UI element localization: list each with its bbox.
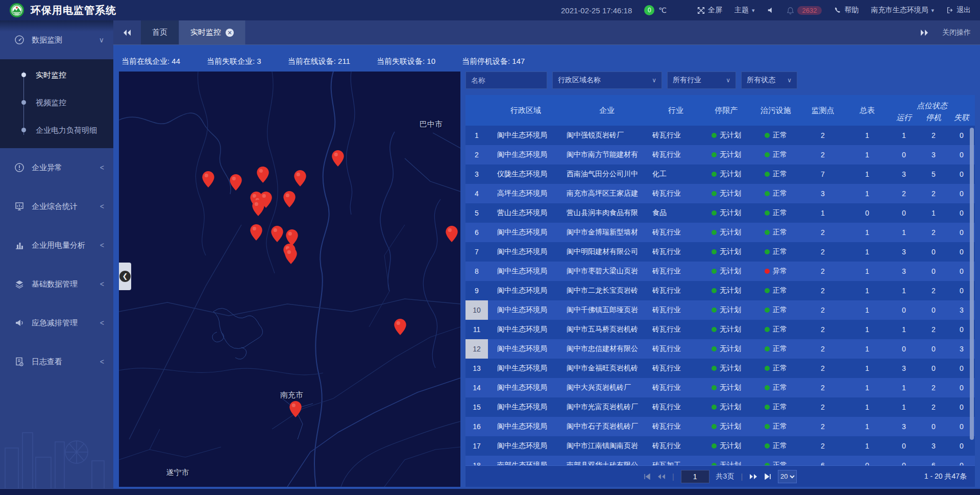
table-row[interactable]: 12阆中生态环境局阆中市忠信建材有限公砖瓦行业无计划正常21003	[465, 339, 975, 359]
map-panel[interactable]: 巴中市南充市遂宁市 ❮	[119, 72, 460, 487]
map-pin[interactable]	[256, 166, 270, 183]
first-page-button[interactable]	[644, 474, 651, 480]
row-run-count: 1	[889, 228, 919, 237]
table-row[interactable]: 5营山生态环境局营山县润丰肉食品有限食品无计划正常10010	[465, 203, 975, 223]
double-arrow-right-icon[interactable]	[920, 29, 929, 36]
fullscreen-button[interactable]: 全屏	[697, 6, 722, 15]
table-scrollbar[interactable]	[970, 128, 974, 463]
datetime-display: 2021-02-25 17:46:18	[561, 6, 632, 15]
pagination-bar: | 共3页 | 20 1 - 20 共47条	[465, 465, 975, 487]
row-meter-count: 1	[845, 422, 889, 431]
exit-icon	[946, 7, 953, 14]
close-operations-button[interactable]: 关闭操作	[942, 28, 971, 37]
table-row[interactable]: 9阆中生态环境局阆中市二龙长宝页岩砖砖瓦行业无计划正常21120	[465, 281, 975, 300]
table-row[interactable]: 17阆中生态环境局阆中市江南镇阆南页岩砖瓦行业无计划正常21030	[465, 436, 975, 456]
map-pin[interactable]	[271, 225, 284, 243]
status-filter-select[interactable]: 所有状态 ∨	[741, 72, 797, 89]
last-page-button[interactable]	[764, 474, 771, 480]
map-pin[interactable]	[284, 247, 298, 265]
table-row[interactable]: 14阆中生态环境局阆中大兴页岩机砖厂砖瓦行业无计划正常21120	[465, 378, 975, 397]
sidebar-item-power-load-detail[interactable]: 企业电力负荷明细	[0, 116, 113, 144]
table-row[interactable]: 13阆中生态环境局阆中市金福旺页岩机砖砖瓦行业无计划正常21300	[465, 359, 975, 378]
sidebar-item-realtime-monitoring[interactable]: 实时监控	[0, 61, 113, 89]
map-pin[interactable]	[283, 191, 296, 208]
sidebar-group-enterprise-abnormal[interactable]: 企业异常 <	[0, 148, 113, 187]
map-pin[interactable]	[229, 174, 242, 191]
notifications-button[interactable]: 2632	[787, 6, 822, 15]
sidebar-item-video-monitoring[interactable]: 视频监控	[0, 89, 113, 116]
sidebar-group-electricity-analysis[interactable]: 企业用电量分析 <	[0, 226, 113, 265]
table-row[interactable]: 15阆中生态环境局阆中市光富页岩机砖厂砖瓦行业无计划正常21120	[465, 397, 975, 417]
previous-page-button[interactable]	[657, 474, 666, 480]
sidebar-group-emergency-reduction[interactable]: 应急减排管理 <	[0, 303, 113, 342]
total-pages-label: 共3页	[716, 472, 734, 481]
sidebar-submenu: 实时监控 视频监控 企业电力负荷明细	[0, 59, 113, 148]
theme-dropdown[interactable]: 主题 ▾	[734, 6, 755, 15]
row-facility-status-label: 正常	[773, 189, 787, 198]
status-dot	[712, 424, 717, 429]
map-pin[interactable]	[252, 199, 265, 217]
map-pin[interactable]	[331, 150, 345, 167]
sidebar-group-basic-data[interactable]: 基础数据管理 <	[0, 265, 113, 303]
tabs-scroll-left-button[interactable]	[113, 20, 141, 44]
map-pin[interactable]	[202, 171, 215, 188]
row-down-count: 0	[919, 345, 948, 353]
pin-icon	[445, 225, 458, 242]
table-row[interactable]: 11阆中生态环境局阆中市五马桥页岩机砖砖瓦行业无计划正常21120	[465, 320, 975, 339]
map-pin[interactable]	[289, 400, 302, 418]
sidebar-group-enterprise-statistics[interactable]: 企业综合统计 <	[0, 187, 113, 226]
row-facility-status-label: 正常	[773, 344, 787, 353]
table-row[interactable]: 1阆中生态环境局阆中强锐页岩砖厂砖瓦行业无计划正常21120	[465, 126, 975, 145]
org-dropdown[interactable]: 南充市生态环境局 ▾	[871, 6, 934, 15]
row-run-count: 0	[889, 345, 919, 353]
help-label: 帮助	[844, 6, 859, 15]
scrollbar-thumb[interactable]	[970, 128, 974, 440]
alert-circle-icon	[14, 162, 24, 173]
map-pin[interactable]	[394, 318, 407, 336]
row-facility-status: 正常	[751, 131, 800, 140]
next-page-button[interactable]	[749, 474, 757, 480]
page-number-input[interactable]	[681, 470, 709, 483]
row-industry: 砖瓦行业	[650, 325, 701, 334]
help-button[interactable]: 帮助	[834, 6, 859, 15]
row-stop-status: 无计划	[701, 247, 751, 256]
tab-home[interactable]: 首页	[141, 20, 179, 44]
table-row[interactable]: 8阆中生态环境局阆中市枣碧大梁山页岩砖瓦行业无计划异常21300	[465, 262, 975, 281]
pin-icon	[289, 400, 302, 418]
footer-strip	[0, 489, 980, 495]
map-pin[interactable]	[293, 170, 307, 187]
logout-button[interactable]: 退出	[946, 6, 971, 15]
region-filter-select[interactable]: 行政区域名称 ∨	[552, 72, 662, 89]
sound-toggle-button[interactable]	[767, 7, 774, 14]
table-row[interactable]: 3仪陇生态环境局西南油气田分公司川中化工无计划正常71350	[465, 164, 975, 184]
table-row[interactable]: 10阆中生态环境局阆中千佛镇五郎垭页岩砖瓦行业无计划正常21003	[465, 300, 975, 320]
row-run-count: 3	[889, 248, 919, 256]
sidebar-group-data-monitoring[interactable]: 数据监测 ∨	[0, 20, 113, 59]
map-collapse-button[interactable]: ❮	[119, 263, 131, 290]
row-monitor-count: 2	[800, 131, 845, 139]
status-dot	[765, 385, 770, 390]
table-row[interactable]: 4高坪生态环境局南充市高坪区王家店建砖瓦行业无计划正常31220	[465, 184, 975, 203]
table-row[interactable]: 18南部生态环境局南部县双华土砖有限公砖瓦加工无计划正常60060	[465, 456, 975, 465]
row-index: 5	[465, 203, 488, 223]
tab-realtime-monitoring[interactable]: 实时监控 ✕	[179, 20, 246, 44]
row-facility-status: 正常	[751, 344, 800, 353]
industry-filter-select[interactable]: 所有行业 ∨	[667, 72, 736, 89]
row-monitor-count: 6	[800, 461, 845, 465]
sidebar-group-log-view[interactable]: 日志查看 <	[0, 342, 113, 381]
map-pin[interactable]	[250, 224, 263, 241]
table-row[interactable]: 2阆中生态环境局阆中市南方节能建材有砖瓦行业无计划正常21030	[465, 145, 975, 164]
sidebar-group-label: 企业用电量分析	[32, 241, 85, 250]
row-index: 17	[465, 436, 488, 456]
chevron-down-icon: ∨	[652, 77, 656, 84]
tab-close-icon[interactable]: ✕	[226, 29, 234, 37]
table-row[interactable]: 7阆中生态环境局阆中明阳建材有限公司砖瓦行业无计划正常21300	[465, 242, 975, 262]
row-run-count: 3	[889, 364, 919, 372]
row-company: 阆中市江南镇阆南页岩	[564, 441, 650, 451]
table-row[interactable]: 16阆中生态环境局阆中市石子页岩机砖厂砖瓦行业无计划正常21300	[465, 417, 975, 436]
region-filter-value: 行政区域名称	[558, 76, 601, 85]
name-search-input[interactable]	[465, 72, 547, 89]
page-size-select[interactable]: 20	[778, 470, 797, 483]
table-row[interactable]: 6阆中生态环境局阆中市金博瑞新型墙材砖瓦行业无计划正常21120	[465, 223, 975, 242]
map-pin[interactable]	[445, 225, 458, 242]
